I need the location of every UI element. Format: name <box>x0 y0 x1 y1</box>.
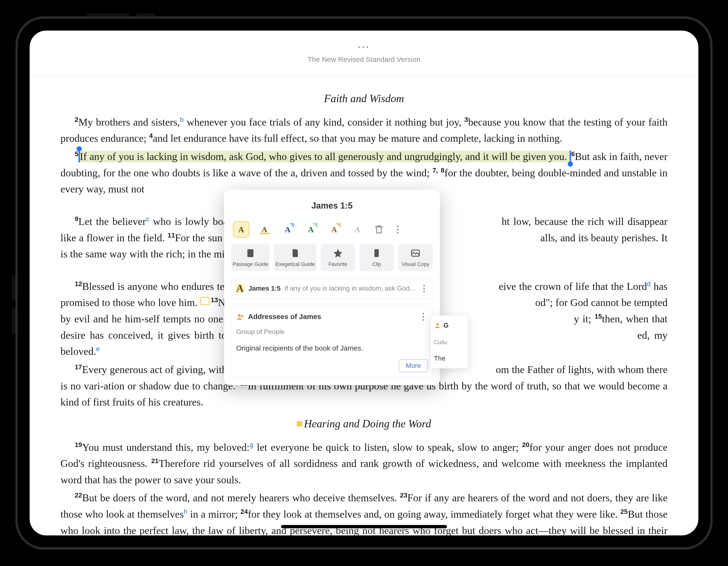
paragraph[interactable]: 19You must understand this, my beloved:g… <box>60 439 668 488</box>
verse-number: 7, <box>432 167 438 174</box>
verse-number: 22 <box>75 492 82 499</box>
exegetical-guide-button[interactable]: Exegetical Guide <box>274 244 316 271</box>
verse-number: 15 <box>594 312 602 320</box>
footnote-link[interactable]: c <box>146 215 149 223</box>
tools-row: Passage Guide Exegetical Guide Favorite <box>231 244 433 271</box>
image-icon <box>410 248 421 259</box>
footnote-link[interactable]: g <box>250 441 253 448</box>
highlight-erase-button[interactable]: A <box>350 222 365 237</box>
verse-number: 5 <box>75 150 78 158</box>
footnote-link[interactable]: h <box>184 508 188 515</box>
book-icon <box>245 248 256 259</box>
top-button-2 <box>136 14 155 16</box>
document-icon <box>290 248 300 259</box>
delete-highlight-button[interactable] <box>373 224 385 235</box>
verse-number: 20 <box>522 441 530 448</box>
svg-point-4 <box>241 315 243 317</box>
highlight-marker-icon <box>297 421 302 426</box>
verse-number: 11 <box>168 232 175 239</box>
selection-start-handle[interactable] <box>78 151 80 162</box>
verse-number: 21 <box>151 457 159 464</box>
footnote-link[interactable]: b <box>180 116 184 123</box>
svg-point-3 <box>238 314 241 317</box>
note-reference: James 1:5 <box>249 283 281 294</box>
more-dots-button[interactable]: ••• <box>358 43 370 52</box>
paragraph[interactable]: 2My brothers and sisters,b whenever you … <box>60 114 668 147</box>
highlight-green-button[interactable]: A <box>303 222 318 237</box>
screen: ••• The New Revised Standard Version Fai… <box>30 31 698 535</box>
footnote-link[interactable]: d <box>647 280 651 287</box>
side-card-letter: G <box>443 320 449 331</box>
star-icon <box>333 248 343 259</box>
document-body[interactable]: Faith and Wisdom 2My brothers and sister… <box>30 76 698 535</box>
highlight-color-row: A A A A A A <box>231 222 433 237</box>
svg-rect-0 <box>247 249 253 257</box>
note-row[interactable]: A James 1:5 If any of you is lacking in … <box>231 278 433 298</box>
factbook-description: Original recipients of the book of James… <box>236 343 428 354</box>
people-icon <box>236 312 245 321</box>
note-more-button[interactable] <box>419 284 429 292</box>
verse-number: 4 <box>149 132 153 140</box>
visual-copy-button[interactable]: Visual Copy <box>398 244 433 271</box>
verse-number: 24 <box>240 508 248 515</box>
top-button-1 <box>87 14 129 16</box>
factbook-more-button[interactable] <box>418 313 428 321</box>
tablet-frame: ••• The New Revised Standard Version Fai… <box>15 16 713 550</box>
side-card-label: Cultu <box>434 338 465 346</box>
verse-number: 8 <box>441 167 445 174</box>
verse-number: 25 <box>620 508 628 515</box>
highlighted-text[interactable]: If any of you is lacking in wisdom, ask … <box>80 151 570 162</box>
popup-title: James 1:5 <box>231 199 433 212</box>
verse-number: 13 <box>211 296 218 304</box>
verse-number: 23 <box>400 492 407 499</box>
factbook-card: Addressees of James Group of People Orig… <box>231 305 433 378</box>
verse-number: 19 <box>75 441 82 448</box>
selection-end-handle[interactable] <box>570 151 571 162</box>
passage-guide-button[interactable]: Passage Guide <box>231 244 270 271</box>
svg-rect-1 <box>374 249 379 257</box>
selection-popup: James 1:5 A A A A A A <box>224 190 440 385</box>
svg-point-5 <box>436 323 439 326</box>
favorite-button[interactable]: Favorite <box>321 244 355 271</box>
home-indicator[interactable] <box>281 525 447 528</box>
clip-icon <box>371 248 382 259</box>
highlight-blue-button[interactable]: A <box>280 222 295 237</box>
verse-number: 2 <box>75 116 78 123</box>
highlight-yellow-button[interactable]: A <box>234 222 249 237</box>
clip-button[interactable]: Clip <box>359 244 394 271</box>
document-title: The New Revised Standard Version <box>308 55 420 64</box>
paragraph[interactable]: 22But be doers of the word, and not mere… <box>60 490 668 535</box>
footnote-link[interactable]: e <box>96 345 100 353</box>
verse-number: 17 <box>75 363 82 371</box>
section-title-1: Faith and Wisdom <box>60 90 668 107</box>
factbook-side-card[interactable]: G Cultu The <box>430 315 468 368</box>
highlight-more-button[interactable] <box>393 226 402 234</box>
more-button[interactable]: More <box>399 359 428 372</box>
section-title-2: Hearing and Doing the Word <box>60 415 668 432</box>
volume-up-button[interactable] <box>12 275 15 301</box>
note-icon[interactable] <box>200 297 210 305</box>
verse-number: 6 <box>571 150 575 158</box>
side-card-line: The <box>434 353 465 363</box>
verse-number: 3 <box>464 116 468 123</box>
factbook-title: Addressees of James <box>248 311 415 322</box>
verse-number: 12 <box>75 280 82 287</box>
note-preview: If any of you is lacking in wisdom, ask … <box>284 283 415 294</box>
highlight-orange-button[interactable]: A <box>327 222 342 237</box>
document-header: ••• The New Revised Standard Version <box>30 31 698 76</box>
verse-number: 9 <box>75 215 78 223</box>
people-icon <box>434 322 441 329</box>
volume-down-button[interactable] <box>12 308 15 334</box>
note-badge-icon: A <box>235 284 245 293</box>
highlight-underline-button[interactable]: A <box>257 222 272 237</box>
factbook-subtitle: Group of People <box>236 326 428 337</box>
